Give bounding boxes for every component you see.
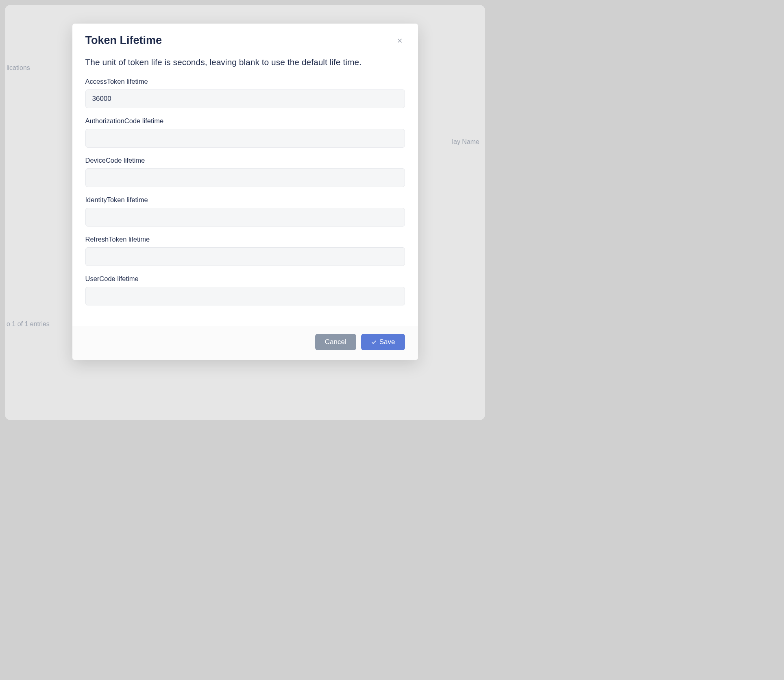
usercode-input[interactable] [85,287,405,305]
refreshtoken-label: RefreshToken lifetime [85,235,405,243]
close-icon [396,37,403,44]
identitytoken-label: IdentityToken lifetime [85,196,405,204]
form-group-identitytoken: IdentityToken lifetime [85,196,405,227]
authorizationcode-label: AuthorizationCode lifetime [85,117,405,125]
token-lifetime-modal: Token Lifetime The unit of token life is… [72,24,418,360]
app-window: lications lay Name o 1 of 1 entries Toke… [5,5,485,420]
modal-description: The unit of token life is seconds, leavi… [85,57,405,67]
form-group-refreshtoken: RefreshToken lifetime [85,235,405,266]
accesstoken-input[interactable] [85,89,405,108]
identitytoken-input[interactable] [85,208,405,227]
modal-body: The unit of token life is seconds, leavi… [72,54,418,326]
cancel-button-label: Cancel [325,338,346,346]
check-icon [371,339,377,345]
form-group-devicecode: DeviceCode lifetime [85,157,405,187]
save-button-label: Save [379,338,395,346]
refreshtoken-input[interactable] [85,247,405,266]
modal-footer: Cancel Save [72,326,418,360]
background-entries-text: o 1 of 1 entries [7,320,50,328]
modal-title: Token Lifetime [85,34,162,47]
close-button[interactable] [394,35,405,46]
authorizationcode-input[interactable] [85,129,405,148]
usercode-label: UserCode lifetime [85,275,405,283]
save-button[interactable]: Save [361,334,405,350]
form-group-accesstoken: AccessToken lifetime [85,78,405,108]
form-group-authorizationcode: AuthorizationCode lifetime [85,117,405,148]
devicecode-label: DeviceCode lifetime [85,157,405,164]
background-column-text: lay Name [452,138,479,146]
form-group-usercode: UserCode lifetime [85,275,405,305]
cancel-button[interactable]: Cancel [315,334,356,350]
accesstoken-label: AccessToken lifetime [85,78,405,85]
devicecode-input[interactable] [85,168,405,187]
modal-header: Token Lifetime [72,24,418,54]
background-nav-text: lications [7,64,30,72]
